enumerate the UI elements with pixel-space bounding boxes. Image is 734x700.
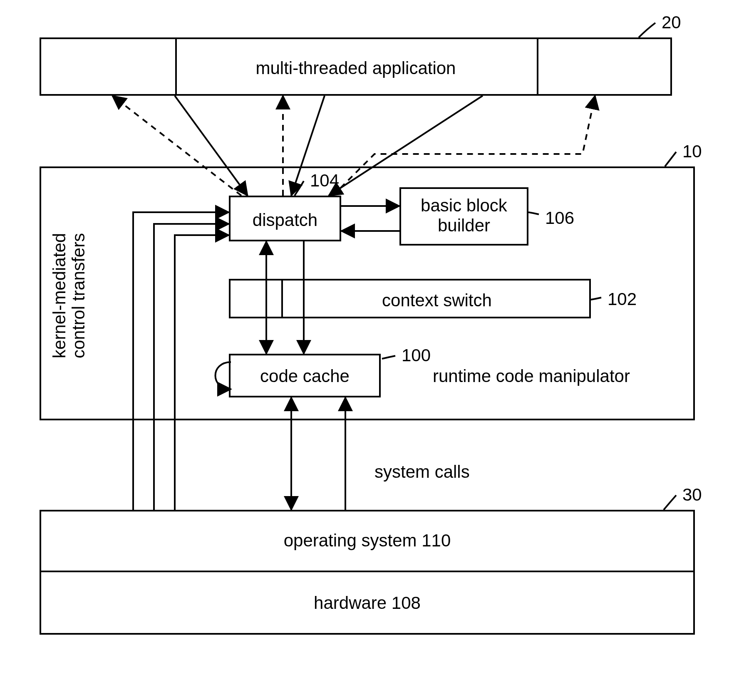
ref-102: 102 xyxy=(608,289,637,309)
context-box-seg xyxy=(229,279,283,318)
ref-106: 106 xyxy=(545,208,574,228)
os-label: operating system 110 xyxy=(40,531,695,551)
syscalls-label: system calls xyxy=(374,462,470,482)
hw-label: hardware 108 xyxy=(40,593,695,613)
ref-20: 20 xyxy=(662,12,681,32)
app-label: multi-threaded application xyxy=(40,58,672,78)
runtime-caption: runtime code manipulator xyxy=(433,366,630,386)
ref-30: 30 xyxy=(682,485,702,505)
ref-10: 10 xyxy=(682,141,702,161)
dispatch-label: dispatch xyxy=(229,210,341,230)
ref-104: 104 xyxy=(310,171,339,191)
builder-label: basic blockbuilder xyxy=(399,196,528,236)
kernel-side-label: kernel-mediatedcontrol transfers xyxy=(50,191,88,400)
cache-label: code cache xyxy=(229,366,381,386)
context-label: context switch xyxy=(283,290,591,310)
ref-100: 100 xyxy=(402,345,431,365)
